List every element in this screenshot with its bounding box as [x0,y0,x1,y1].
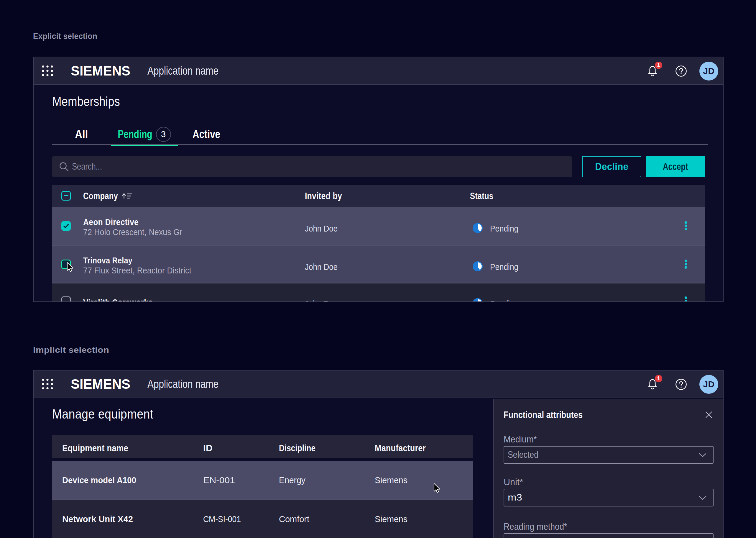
status-cell: Pending [472,223,518,235]
equipment-id: EN-001 [203,474,235,486]
table-row[interactable]: Aeon Directive72 Holo Crescent, Nexus Gr… [52,207,705,245]
table-header-gap [52,458,473,461]
tab-pending[interactable]: Pending3 [111,123,178,145]
tab-all[interactable]: All [69,123,94,145]
unit-select[interactable]: m3 [504,489,714,507]
column-manufacturer: Manufacturer [375,442,426,454]
field-unit: Unit* m3 [504,476,714,507]
table-row[interactable]: Network Unit X42CM-SI-001ComfortSiemens [52,500,473,538]
column-id: ID [203,442,213,454]
column-invited-by: Invited by [305,190,342,202]
user-avatar[interactable]: JD [699,375,718,394]
equipment-id: CM-SI-001 [203,513,241,525]
siemens-logo: SIEMENS [71,64,130,78]
equipment-manufacturer: Siemens [375,474,408,486]
page-title: Memberships [52,93,120,109]
medium-select[interactable]: Selected [504,446,714,464]
user-avatar[interactable]: JD [699,62,718,81]
invited-by-value: John Doe [305,298,338,302]
tab-active[interactable]: Active [185,123,227,145]
status-cell: Pending [472,298,518,302]
select-value: m3 [508,492,522,504]
invited-by-value: John Doe [305,223,338,235]
equipment-window: SIEMENS Application name 1 JD Manage equ… [33,370,724,538]
status-cell: Pending [472,261,518,273]
tab-bar: All Pending3 Active [52,123,708,145]
question-icon [675,73,687,78]
pending-status-icon [472,261,483,273]
row-checkbox[interactable] [61,296,71,302]
mouse-cursor [67,262,74,273]
section-label-implicit: Implicit selection [33,345,109,355]
decline-button[interactable]: Decline [582,156,641,177]
table-header-row: Company Invited by Status [52,185,705,207]
select-all-checkbox[interactable] [61,191,71,200]
equipment-discipline: Comfort [279,513,309,525]
row-menu-button[interactable] [682,221,689,230]
company-address: 72 Holo Crescent, Nexus Gr [83,227,182,237]
application-name: Application name [147,377,219,391]
field-label: Unit* [504,476,523,488]
column-company: Company [83,190,118,202]
company-name: Trinova Relay [83,255,132,265]
search-placeholder: Search... [72,161,102,173]
table-row[interactable]: Device model A100EN-001EnergySiemens [52,461,473,499]
row-menu-button[interactable] [682,296,689,302]
reading-method-select[interactable] [504,533,714,538]
table-row[interactable]: Virelith Coreworks John Doe Pending [52,284,705,302]
column-discipline: Discipline [279,442,316,454]
notification-badge: 1 [655,375,662,382]
functional-attributes-panel: Functional attributes Medium* Selected U… [493,399,723,538]
column-status: Status [470,190,493,202]
equipment-discipline: Energy [279,474,305,486]
panel-title: Functional attributes [504,409,582,421]
company-address: 77 Flux Street, Reactor District [83,265,191,276]
status-label: Pending [490,223,518,235]
equipment-name: Network Unit X42 [62,513,133,525]
help-button[interactable] [675,378,687,390]
table-header-row: Equipment name ID Discipline Manufacture… [52,435,473,458]
row-menu-button[interactable] [682,260,689,269]
app-header: SIEMENS Application name 1 JD [34,57,723,85]
select-value: Selected [508,449,538,461]
column-equipment-name: Equipment name [62,442,128,454]
pending-status-icon [472,223,483,235]
mouse-cursor [433,483,441,494]
search-input[interactable]: Search... [52,156,572,177]
company-cell: Virelith Coreworks [83,297,153,302]
section-label-explicit: Explicit selection [33,31,97,41]
close-icon[interactable] [705,411,712,418]
field-label: Reading method* [504,521,567,533]
accept-button[interactable]: Accept [646,156,705,177]
company-name: Virelith Coreworks [83,297,153,302]
app-switcher-icon[interactable] [42,65,53,77]
status-label: Pending [490,298,518,302]
table-row[interactable]: Trinova Relay77 Flux Street, Reactor Dis… [52,246,705,283]
question-icon [675,386,687,391]
help-button[interactable] [675,65,687,77]
bell-icon [647,386,658,391]
memberships-window: SIEMENS Application name 1 JD Membership… [33,57,724,302]
equipment-name: Device model A100 [62,474,136,486]
memberships-table: Company Invited by Status Aeon Directive… [52,185,705,302]
field-medium: Medium* Selected [504,434,714,464]
equipment-manufacturer: Siemens [375,513,408,525]
pending-count-badge: 3 [156,127,171,142]
company-cell: Trinova Relay77 Flux Street, Reactor Dis… [83,255,191,276]
row-checkbox-checked[interactable] [61,221,71,231]
equipment-table: Equipment name ID Discipline Manufacture… [52,435,473,538]
app-switcher-icon[interactable] [42,378,53,390]
invited-by-value: John Doe [305,261,338,273]
app-header: SIEMENS Application name 1 JD [34,370,723,398]
pending-status-icon [472,298,483,302]
siemens-logo: SIEMENS [71,377,130,391]
bell-icon [647,73,658,78]
company-name: Aeon Directive [83,217,138,227]
status-label: Pending [490,261,518,273]
field-reading-method: Reading method* [504,521,714,538]
sort-ascending-icon[interactable] [122,193,132,200]
application-name: Application name [147,64,219,78]
notification-badge: 1 [655,62,662,69]
field-label: Medium* [504,434,537,445]
equipment-main: Manage equipment Equipment name ID Disci… [34,399,493,538]
